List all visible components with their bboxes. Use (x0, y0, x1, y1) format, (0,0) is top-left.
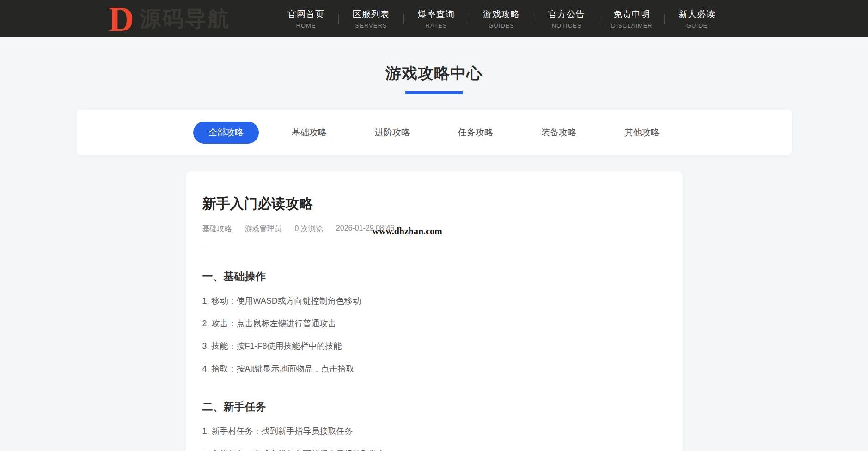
nav-item-sublabel: SERVERS (339, 22, 403, 29)
tab-basic-guides[interactable]: 基础攻略 (276, 122, 342, 144)
tab-advanced-guides[interactable]: 进阶攻略 (360, 122, 425, 144)
nav-item-rates[interactable]: 爆率查询 RATES (404, 8, 469, 29)
main-nav: 官网首页 HOME 区服列表 SERVERS 爆率查询 RATES 游戏攻略 G… (274, 8, 729, 29)
nav-item-newbie-guide[interactable]: 新人必读 GUIDE (665, 8, 729, 29)
nav-item-label: 官网首页 (274, 8, 338, 20)
logo-letter: D (109, 4, 134, 34)
section-item: 2. 攻击：点击鼠标左键进行普通攻击 (202, 319, 666, 329)
section-newbie-quests: 二、新手任务 1. 新手村任务：找到新手指导员接取任务 2. 主线任务：完成主线… (202, 400, 666, 451)
section-heading: 二、新手任务 (202, 400, 666, 414)
nav-item-label: 游戏攻略 (469, 8, 534, 20)
title-underline-accent (405, 91, 463, 94)
nav-item-label: 新人必读 (665, 8, 729, 20)
nav-item-guides[interactable]: 游戏攻略 GUIDES (469, 8, 534, 29)
section-basic-operations: 一、基础操作 1. 移动：使用WASD或方向键控制角色移动 2. 攻击：点击鼠标… (202, 269, 666, 374)
nav-item-label: 免责申明 (599, 8, 664, 20)
tab-quest-guides[interactable]: 任务攻略 (443, 122, 508, 144)
nav-item-sublabel: HOME (274, 22, 338, 29)
tab-equipment-guides[interactable]: 装备攻略 (526, 122, 592, 144)
tab-other-guides[interactable]: 其他攻略 (609, 122, 675, 144)
site-logo[interactable]: D 源码导航 (109, 4, 230, 34)
nav-item-servers[interactable]: 区服列表 SERVERS (339, 8, 403, 29)
header: D 源码导航 官网首页 HOME 区服列表 SERVERS 爆率查询 RATES… (0, 0, 868, 37)
nav-item-sublabel: DISCLAIMER (599, 22, 664, 29)
article-date: 2026-01-29 08:46 (336, 224, 394, 234)
article-meta: 基础攻略 游戏管理员 0 次浏览 2026-01-29 08:46 (202, 224, 666, 234)
nav-item-home[interactable]: 官网首页 HOME (274, 8, 338, 29)
article-view-count: 0 次浏览 (295, 224, 323, 234)
nav-item-label: 区服列表 (339, 8, 403, 20)
section-item: 3. 技能：按F1-F8使用技能栏中的技能 (202, 341, 666, 351)
section-item: 4. 拾取：按Alt键显示地面物品，点击拾取 (202, 364, 666, 374)
guide-filter-tabs: 全部攻略 基础攻略 进阶攻略 任务攻略 装备攻略 其他攻略 (77, 110, 792, 155)
section-item: 2. 主线任务：完成主线任务可获得大量经验和装备 (202, 449, 666, 451)
nav-item-sublabel: GUIDE (665, 22, 729, 29)
section-item: 1. 新手村任务：找到新手指导员接取任务 (202, 427, 666, 436)
section-heading: 一、基础操作 (202, 269, 666, 283)
article-title: 新手入门必读攻略 (202, 195, 666, 212)
logo-text: 源码导航 (140, 5, 230, 33)
nav-item-label: 爆率查询 (404, 8, 469, 20)
article-author: 游戏管理员 (245, 224, 282, 234)
nav-item-sublabel: RATES (404, 22, 469, 29)
nav-item-notices[interactable]: 官方公告 NOTICES (534, 8, 599, 29)
article-category: 基础攻略 (202, 224, 232, 234)
nav-item-sublabel: NOTICES (534, 22, 599, 29)
nav-item-label: 官方公告 (534, 8, 599, 20)
nav-item-sublabel: GUIDES (469, 22, 534, 29)
article-card: 新手入门必读攻略 基础攻略 游戏管理员 0 次浏览 2026-01-29 08:… (186, 171, 683, 451)
nav-item-disclaimer[interactable]: 免责申明 DISCLAIMER (599, 8, 664, 29)
section-item: 1. 移动：使用WASD或方向键控制角色移动 (202, 296, 666, 306)
tab-all-guides[interactable]: 全部攻略 (193, 122, 259, 144)
page-title: 游戏攻略中心 (0, 63, 868, 84)
article-divider (202, 246, 666, 246)
